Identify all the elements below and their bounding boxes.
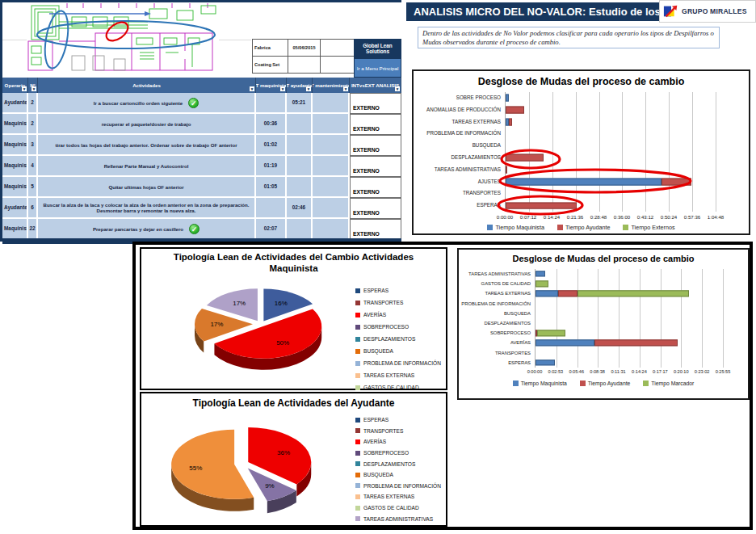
cell-num[interactable]: 3	[28, 135, 38, 156]
cell-operario[interactable]: Maquinista	[2, 156, 28, 177]
menu-principal-button[interactable]: Ir a Menu Principal	[354, 58, 401, 78]
bar-row	[536, 348, 723, 358]
cell-t-maquinista[interactable]: 01:19	[256, 156, 287, 177]
x-tick-label: 0:02:53	[548, 369, 564, 374]
mini-value[interactable]	[288, 56, 321, 74]
cell-analisis[interactable]: EXTERNO	[350, 219, 401, 240]
cell-t-ayudante[interactable]	[287, 156, 313, 177]
bar-segment	[578, 291, 690, 296]
pie-percent-label: 36%	[277, 449, 290, 456]
header-intvsext[interactable]: INTvsEXT ANALISIS▾	[350, 78, 401, 93]
mini-label[interactable]: Fabrica	[252, 39, 288, 57]
legend-swatch	[355, 313, 360, 317]
legend-label: Tiempo Maquinista	[495, 224, 544, 231]
cell-operario[interactable]: Ayudante	[2, 198, 28, 219]
header-num[interactable]: Nº▾	[28, 78, 38, 93]
filter-icon[interactable]: ▾	[280, 86, 285, 91]
cell-analisis[interactable]: EXTERNO	[350, 177, 401, 198]
cell-actividad[interactable]: Ir a buscar cartoncillo orden siguiente	[38, 93, 256, 114]
cell-analisis[interactable]: EXTERNO	[350, 114, 401, 135]
mini-empty[interactable]	[320, 56, 355, 74]
legend-item: ESPERAS	[355, 414, 441, 426]
activity-text: Quitar ultimas hojas OF anterior	[108, 184, 183, 190]
cell-t-mantenimiento[interactable]	[313, 177, 350, 198]
pie-percent-label: 55%	[189, 465, 202, 472]
cell-num[interactable]: 6	[28, 198, 38, 219]
cell-t-mantenimiento[interactable]	[313, 114, 350, 135]
cell-operario[interactable]: Maquinista	[2, 135, 28, 156]
cell-t-ayudante[interactable]	[287, 114, 313, 135]
cell-analisis[interactable]: EXTERNO	[350, 198, 401, 219]
cell-analisis[interactable]: EXTERNO	[350, 93, 401, 114]
cell-t-ayudante[interactable]: 05:21	[287, 93, 313, 114]
table-row: Maquinista2recuperar el paquete/dosier d…	[2, 114, 401, 135]
cell-num[interactable]: 2	[28, 114, 38, 135]
cell-num[interactable]: 4	[28, 156, 38, 177]
cell-t-ayudante[interactable]: 02:46	[287, 198, 313, 219]
cell-actividad[interactable]: Preparar pancartas y dejar en casillero	[38, 219, 256, 240]
analisis-text: EXTERNO	[353, 147, 380, 153]
cell-t-mantenimiento[interactable]	[313, 198, 350, 219]
header-t-ayudante[interactable]: T ayudante▾	[287, 78, 313, 93]
bar-row	[536, 279, 723, 288]
cell-actividad[interactable]: Rellenar Parte Manual y Autocontrol	[38, 156, 256, 177]
legend-label: TAREAS EXTERNAS	[363, 494, 414, 499]
cell-analisis[interactable]: EXTERNO	[350, 156, 401, 177]
gridline	[723, 269, 724, 368]
cell-analisis[interactable]: EXTERNO	[350, 135, 401, 156]
cell-num[interactable]: 2	[28, 93, 38, 114]
filter-icon[interactable]: ▾	[32, 86, 36, 91]
cell-num[interactable]: 5	[28, 177, 38, 198]
x-tick-label: 0:14:24	[632, 369, 647, 374]
bar-segment	[506, 95, 509, 102]
cell-t-maquinista[interactable]	[256, 198, 287, 219]
company-logo: GRUPO MIRALLES	[659, 0, 756, 23]
cell-operario[interactable]: Maquinista	[2, 177, 28, 198]
cell-t-maquinista[interactable]: 00:36	[256, 114, 287, 135]
cell-actividad[interactable]: recuperar el paquete/dosier de trabajo	[38, 114, 256, 135]
mini-label[interactable]: Coating Set	[252, 56, 288, 74]
bar-row	[536, 309, 723, 318]
header-t-maquinista[interactable]: T maquinista▾	[256, 78, 287, 93]
filter-icon[interactable]: ▾	[395, 86, 400, 91]
cell-actividad[interactable]: Quitar ultimas hojas OF anterior	[38, 177, 256, 198]
cell-t-maquinista[interactable]	[256, 93, 287, 114]
cell-num[interactable]: 22	[28, 219, 38, 240]
cell-operario[interactable]: Ayudante	[2, 93, 28, 114]
header-operario[interactable]: Operario▾	[2, 78, 28, 93]
cell-t-ayudante[interactable]	[287, 219, 313, 240]
header-t-mantenimiento[interactable]: T mantenimiento▾	[313, 78, 350, 93]
cell-t-maquinista[interactable]: 01:02	[256, 135, 287, 156]
cell-operario[interactable]: Maquinista	[2, 219, 28, 240]
category-label: GASTOS DE CALIDAD	[460, 279, 533, 288]
cell-t-mantenimiento[interactable]	[313, 135, 350, 156]
cad-floorplan-image	[27, 2, 219, 74]
cell-actividad[interactable]: Buscar la alza de la laca y colocar la a…	[38, 198, 256, 219]
cell-t-maquinista[interactable]: 02:07	[256, 219, 287, 240]
pie-legend: ESPERASTRANSPORTESAVERÍASSOBREPROCESODES…	[355, 414, 441, 524]
filter-icon[interactable]: ▾	[250, 86, 254, 91]
x-tick-label: 0:20:10	[674, 369, 689, 374]
chart-plot-area	[505, 92, 716, 212]
cell-operario[interactable]: Maquinista	[2, 114, 28, 135]
bottom-report-panel: Tipología Lean de Actividades del Cambio…	[132, 242, 753, 530]
filter-icon[interactable]: ▾	[306, 86, 311, 91]
cell-t-mantenimiento[interactable]	[313, 219, 350, 240]
cell-t-mantenimiento[interactable]	[313, 93, 350, 114]
cell-t-mantenimiento[interactable]	[313, 156, 350, 177]
mini-empty[interactable]	[320, 39, 355, 57]
legend-item: SOBREPROCESO	[355, 448, 441, 459]
category-label: AJUSTES	[415, 176, 503, 188]
bar-segment	[509, 119, 512, 126]
x-tick-label: 0:07:12	[520, 214, 536, 220]
header-actividades[interactable]: Actividades▾	[38, 78, 256, 93]
cell-t-ayudante[interactable]	[287, 177, 313, 198]
filter-icon[interactable]: ▾	[22, 86, 27, 91]
legend-label: PROBLEMA DE INFORMACIÓN	[363, 483, 441, 489]
cell-t-ayudante[interactable]	[287, 135, 313, 156]
filter-icon[interactable]: ▾	[343, 86, 348, 91]
cell-actividad[interactable]: tirar todos las hojas del trabajo anteri…	[38, 135, 256, 156]
legend-swatch	[355, 337, 360, 342]
mini-value[interactable]: 05/06/2015	[288, 39, 321, 57]
cell-t-maquinista[interactable]: 01:05	[256, 177, 287, 198]
